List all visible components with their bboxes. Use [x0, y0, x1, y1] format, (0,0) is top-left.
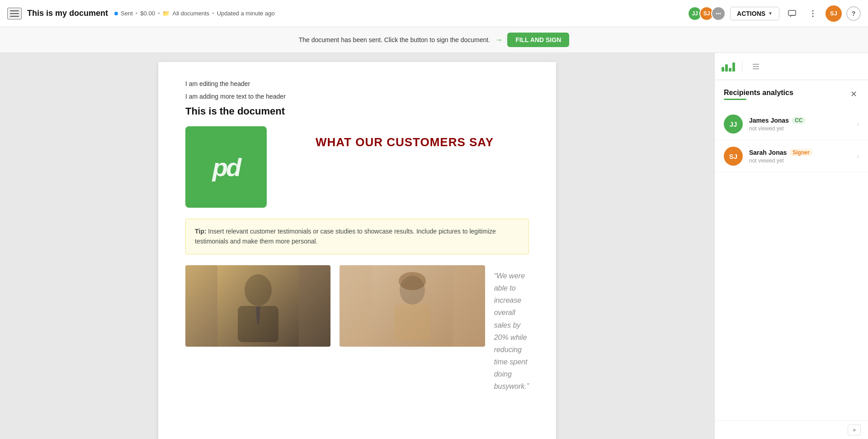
recipient-info-sarah: Sarah Jonas Signer not viewed yet — [749, 149, 850, 164]
doc-quote-text: “We were able to increase overall sales … — [494, 265, 529, 393]
logo-text: pd — [212, 153, 240, 182]
expand-panel-button[interactable]: » — [848, 425, 861, 435]
svg-point-0 — [716, 13, 717, 14]
document-title: This is my document — [27, 9, 108, 18]
doc-section-heading: What our customers say — [316, 135, 494, 149]
nav-right: JJ SJ ACTIONS ▼ SJ ? — [688, 5, 861, 22]
svg-point-4 — [812, 10, 814, 11]
doc-two-col: pd What our customers say — [185, 126, 529, 208]
analytics-icon-button[interactable] — [720, 58, 736, 75]
recipient-item-sarah[interactable]: SJ Sarah Jonas Signer not viewed yet › — [715, 140, 868, 172]
bar-chart-icon — [722, 62, 735, 72]
document-page: I am editing the header I am adding more… — [158, 62, 556, 439]
photo-female — [340, 265, 485, 347]
doc-tip-box: Tip: Insert relevant customer testimonia… — [185, 219, 529, 254]
svg-point-6 — [812, 15, 814, 17]
chevron-right-icon-2: › — [857, 153, 859, 160]
list-view-button[interactable] — [748, 58, 764, 75]
actions-label: ACTIONS — [737, 10, 765, 17]
recipient-info-james: James Jonas CC not viewed yet — [749, 117, 850, 132]
updated-label: Updated a minute ago — [217, 10, 275, 17]
svg-point-2 — [720, 13, 721, 14]
panel-header: Recipients analytics ✕ — [715, 80, 868, 105]
recipient-name-james: James Jonas CC — [749, 117, 850, 124]
doc-logo: pd — [185, 126, 267, 208]
recipient-status-sarah: not viewed yet — [749, 157, 850, 164]
chat-button[interactable] — [784, 5, 800, 22]
panel-expand: » — [715, 420, 868, 439]
svg-rect-3 — [788, 10, 796, 15]
svg-point-1 — [718, 13, 719, 14]
arrow-icon: → — [495, 35, 503, 45]
side-panel: Recipients analytics ✕ JJ James Jonas CC… — [714, 53, 868, 439]
recipient-avatar-sj: SJ — [724, 147, 743, 166]
recipient-avatar-jj: JJ — [724, 115, 743, 134]
photo-male — [185, 265, 330, 347]
top-nav: This is my document Sent • $0.00 • 📁 All… — [0, 0, 868, 27]
more-options-button[interactable] — [805, 5, 821, 22]
panel-title: Recipients analytics — [724, 89, 793, 97]
user-avatar[interactable]: SJ — [826, 5, 842, 22]
tip-label: Tip: — [195, 228, 206, 235]
status-label: Sent — [121, 10, 133, 17]
toolbar-divider — [742, 61, 742, 72]
expand-icon: » — [853, 427, 856, 433]
folder-label: All documents — [172, 10, 209, 17]
doc-meta: Sent • $0.00 • 📁 All documents • Updated… — [114, 10, 275, 17]
avatar-group: JJ SJ — [688, 6, 726, 21]
doc-quote-area: “We were able to increase overall sales … — [494, 265, 529, 393]
notification-banner: The document has been sent. Click the bu… — [0, 27, 868, 53]
main-layout: I am editing the header I am adding more… — [0, 53, 868, 439]
panel-title-group: Recipients analytics — [724, 89, 793, 100]
doc-photos-row: “We were able to increase overall sales … — [185, 265, 529, 393]
doc-body-title: This is the document — [185, 105, 529, 117]
tip-text: Insert relevant customer testimonials or… — [195, 228, 496, 245]
chevron-down-icon: ▼ — [768, 11, 773, 16]
close-panel-button[interactable]: ✕ — [849, 87, 859, 101]
female-silhouette — [372, 265, 453, 347]
recipient-name-sarah: Sarah Jonas Signer — [749, 149, 850, 156]
fill-and-sign-button[interactable]: FILL AND SIGN — [507, 33, 569, 47]
folder-icon: 📁 — [162, 10, 170, 17]
svg-rect-13 — [394, 305, 430, 341]
actions-button[interactable]: ACTIONS ▼ — [730, 7, 779, 20]
help-button[interactable]: ? — [846, 6, 861, 21]
svg-point-5 — [812, 13, 814, 14]
price-label: $0.00 — [140, 10, 155, 17]
recipient-role-sarah: Signer — [789, 149, 812, 156]
doc-header-line2: I am adding more text to the header — [185, 93, 529, 100]
recipient-role-james: CC — [792, 117, 806, 124]
panel-title-underline — [724, 99, 746, 100]
avatar-extra[interactable] — [711, 6, 726, 21]
menu-button[interactable] — [7, 8, 22, 19]
document-area[interactable]: I am editing the header I am adding more… — [0, 53, 714, 439]
recipient-item-james[interactable]: JJ James Jonas CC not viewed yet › — [715, 108, 868, 140]
status-dot — [114, 12, 118, 15]
side-toolbar — [715, 53, 868, 80]
chevron-right-icon: › — [857, 120, 859, 128]
recipients-list: JJ James Jonas CC not viewed yet › SJ Sa… — [715, 105, 868, 420]
banner-text: The document has been sent. Click the bu… — [299, 36, 490, 43]
male-silhouette — [217, 265, 299, 347]
svg-point-14 — [399, 272, 426, 290]
svg-point-8 — [245, 274, 272, 306]
recipient-status-james: not viewed yet — [749, 125, 850, 132]
doc-header-line1: I am editing the header — [185, 80, 529, 87]
